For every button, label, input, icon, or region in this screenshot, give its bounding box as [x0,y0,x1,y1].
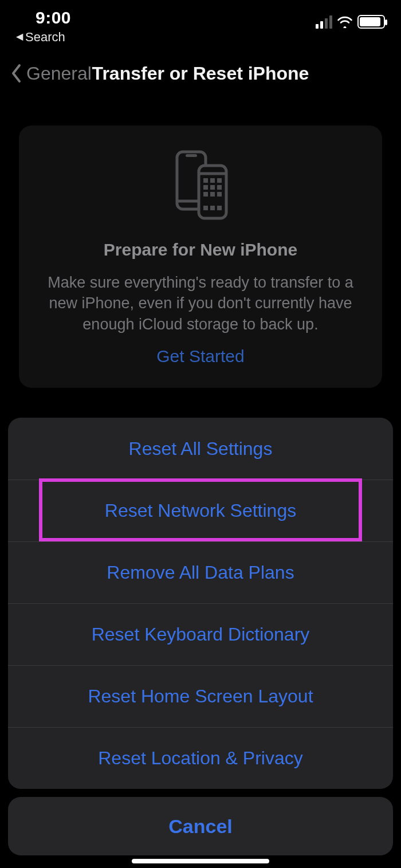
status-indicators [316,15,385,29]
reset-keyboard-dictionary-option[interactable]: Reset Keyboard Dictionary [8,603,393,665]
reset-home-screen-layout-option[interactable]: Reset Home Screen Layout [8,665,393,727]
transfer-phones-icon [169,148,232,224]
wifi-icon [337,15,353,28]
svg-rect-9 [210,185,215,190]
cancel-button[interactable]: Cancel [8,797,393,855]
reset-network-settings-option[interactable]: Reset Network Settings [8,480,393,541]
battery-icon [357,15,385,29]
svg-rect-6 [210,178,215,183]
svg-rect-12 [210,192,215,197]
chevron-left-icon [10,63,23,84]
back-triangle-icon: ◀ [16,32,23,41]
cellular-icon [316,15,332,29]
svg-rect-11 [203,192,208,197]
prepare-card-title: Prepare for New iPhone [104,240,297,260]
svg-rect-1 [186,154,197,157]
svg-rect-16 [217,206,222,210]
reset-all-settings-option[interactable]: Reset All Settings [8,418,393,480]
back-to-search-pill[interactable]: ◀ Search [16,30,65,45]
back-to-app-label: Search [25,30,65,45]
reset-action-sheet: Reset All Settings Reset Network Setting… [8,418,393,855]
home-indicator[interactable] [132,859,269,863]
screen: 9:00 ◀ Search General Transfer or Reset … [0,0,401,868]
remove-all-data-plans-option[interactable]: Remove All Data Plans [8,541,393,603]
get-started-button[interactable]: Get Started [156,347,244,372]
svg-rect-13 [217,192,222,197]
prepare-card: Prepare for New iPhone Make sure everyth… [19,125,382,388]
svg-rect-10 [217,185,222,190]
svg-rect-14 [203,206,208,210]
reset-location-privacy-option[interactable]: Reset Location & Privacy [8,727,393,789]
svg-rect-8 [203,185,208,190]
reset-options-group: Reset All Settings Reset Network Setting… [8,418,393,789]
svg-rect-15 [210,206,215,210]
prepare-card-description: Make sure everything's ready to transfer… [40,272,361,335]
page-title: Transfer or Reset iPhone [92,63,309,84]
nav-back-label: General [26,63,92,84]
nav-bar: General Transfer or Reset iPhone [0,55,401,92]
svg-rect-7 [217,178,222,183]
svg-rect-5 [203,178,208,183]
status-time: 9:00 [36,8,71,28]
nav-back-button[interactable]: General [10,63,92,84]
